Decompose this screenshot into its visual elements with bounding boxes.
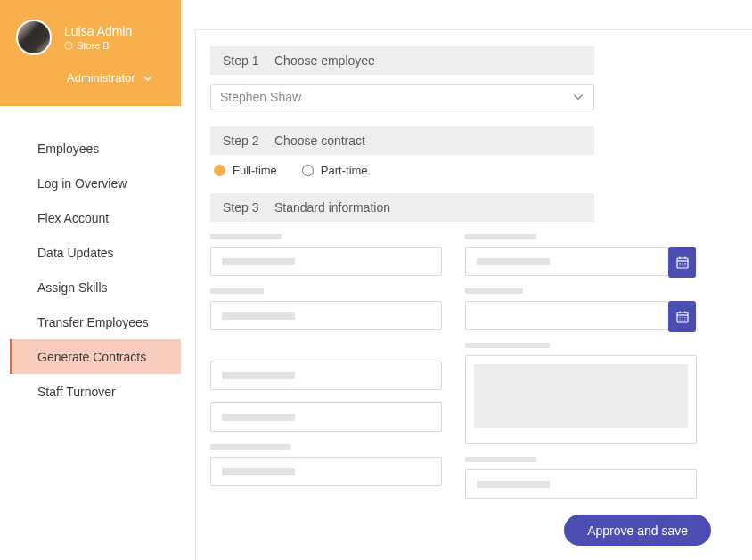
- sidebar-item-label: Log in Overview: [37, 176, 127, 191]
- field-label-placeholder: [465, 234, 536, 239]
- sidebar-item-assign-skills[interactable]: Assign Skills: [10, 270, 181, 304]
- field-value-placeholder: [222, 414, 295, 421]
- sidebar-header: Luisa Admin Store B Administrator: [0, 0, 181, 106]
- field-label-placeholder: [465, 343, 550, 348]
- approve-label: Approve and save: [587, 523, 688, 538]
- clock-icon: [64, 41, 73, 50]
- avatar[interactable]: [16, 20, 52, 55]
- field-value-placeholder: [222, 312, 295, 320]
- radio-part-time[interactable]: Part-time: [302, 164, 368, 177]
- role-selector[interactable]: Administrator: [67, 71, 165, 85]
- field-label-placeholder: [465, 288, 523, 294]
- sidebar-item-label: Data Updates: [37, 246, 114, 260]
- step-1-title: Choose employee: [274, 53, 375, 68]
- employee-select[interactable]: Stephen Shaw: [210, 84, 594, 110]
- sidebar-item-label: Flex Account: [37, 211, 109, 225]
- sidebar-item-generate-contracts[interactable]: Generate Contracts: [10, 339, 181, 374]
- calendar-icon: [675, 256, 690, 270]
- form-area: [210, 234, 711, 511]
- radio-dot-icon: [214, 165, 225, 176]
- field-value-placeholder: [222, 468, 295, 475]
- field-value-placeholder: [222, 258, 295, 265]
- sidebar-item-flex-account[interactable]: Flex Account: [10, 200, 181, 235]
- sidebar-nav: Employees Log in Overview Flex Account D…: [0, 106, 181, 409]
- step-1-number: Step 1: [210, 53, 274, 68]
- sidebar-item-employees[interactable]: Employees: [10, 131, 181, 166]
- sidebar-item-staff-turnover[interactable]: Staff Turnover: [10, 374, 181, 409]
- field-label-placeholder: [210, 288, 264, 294]
- field-label-placeholder: [465, 457, 536, 462]
- text-input[interactable]: [210, 402, 442, 432]
- calendar-button[interactable]: [668, 247, 696, 278]
- calendar-button[interactable]: [668, 301, 696, 332]
- field-value-placeholder: [222, 372, 295, 379]
- role-label: Administrator: [67, 71, 135, 85]
- text-input[interactable]: [465, 469, 697, 499]
- sidebar-item-transfer-employees[interactable]: Transfer Employees: [10, 304, 181, 339]
- field-label-placeholder: [210, 444, 290, 450]
- sidebar-item-label: Employees: [37, 142, 99, 156]
- textarea-input[interactable]: [465, 355, 697, 444]
- form-right-column: [465, 234, 697, 511]
- sidebar-item-label: Assign Skills: [37, 280, 108, 295]
- approve-save-button[interactable]: Approve and save: [564, 515, 711, 546]
- sidebar-item-label: Generate Contracts: [37, 350, 146, 364]
- employee-select-value: Stephen Shaw: [220, 90, 301, 104]
- field-value-placeholder: [477, 481, 550, 488]
- sidebar-item-login-overview[interactable]: Log in Overview: [10, 166, 181, 200]
- radio-label: Part-time: [321, 164, 368, 177]
- sidebar-item-label: Transfer Employees: [37, 315, 149, 329]
- step-3-title: Standard information: [274, 200, 390, 215]
- field-value-placeholder: [477, 258, 550, 265]
- text-input[interactable]: [210, 361, 442, 390]
- step-2-number: Step 2: [210, 134, 274, 148]
- step-3-number: Step 3: [210, 200, 274, 215]
- contract-type-radio-group: Full-time Part-time: [210, 164, 711, 177]
- content-card: Step 1 Choose employee Stephen Shaw Step…: [195, 29, 752, 560]
- main: Step 1 Choose employee Stephen Shaw Step…: [181, 0, 752, 560]
- text-input[interactable]: [210, 247, 442, 276]
- chevron-down-icon: [572, 91, 584, 103]
- radio-dot-icon: [302, 165, 314, 176]
- calendar-icon: [675, 310, 690, 324]
- text-input[interactable]: [210, 457, 442, 486]
- sidebar-item-data-updates[interactable]: Data Updates: [10, 235, 181, 270]
- step-1-header: Step 1 Choose employee: [210, 46, 594, 75]
- step-2-title: Choose contract: [274, 134, 365, 148]
- user-name: Luisa Admin: [64, 24, 132, 38]
- sidebar: Luisa Admin Store B Administrator: [0, 0, 181, 560]
- step-2-header: Step 2 Choose contract: [210, 126, 594, 155]
- step-3-header: Step 3 Standard information: [210, 193, 594, 222]
- text-input[interactable]: [210, 301, 442, 330]
- user-store: Store B: [64, 40, 132, 51]
- textarea-placeholder: [474, 364, 688, 428]
- date-input[interactable]: [465, 247, 669, 276]
- radio-full-time[interactable]: Full-time: [214, 164, 277, 177]
- field-label-placeholder: [210, 234, 282, 239]
- form-left-column: [210, 234, 442, 511]
- sidebar-item-label: Staff Turnover: [37, 385, 116, 399]
- store-label: Store B: [77, 40, 110, 51]
- chevron-down-icon: [143, 73, 153, 84]
- date-input[interactable]: [465, 301, 669, 330]
- radio-label: Full-time: [233, 164, 277, 177]
